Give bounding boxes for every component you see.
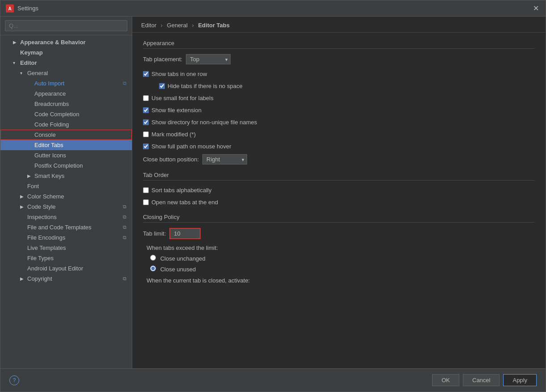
sidebar-item-font[interactable]: Font bbox=[0, 181, 132, 191]
sidebar-item-live-templates[interactable]: Live Templates bbox=[0, 243, 132, 253]
window-title: Settings bbox=[17, 5, 531, 12]
show-tabs-one-row-row: Show tabs in one row bbox=[143, 70, 535, 78]
show-file-extension-checkbox[interactable] bbox=[143, 107, 149, 113]
close-unused-label[interactable]: Close unused bbox=[150, 266, 196, 273]
breadcrumb-part3: Editor Tabs bbox=[198, 22, 230, 29]
help-button[interactable]: ? bbox=[9, 375, 19, 385]
appearance-section-title: Appearance bbox=[143, 40, 535, 49]
show-tabs-one-row-label[interactable]: Show tabs in one row bbox=[143, 71, 207, 77]
sidebar-item-file-types[interactable]: File Types bbox=[0, 253, 132, 263]
footer: ? OK Cancel Apply bbox=[0, 368, 546, 392]
mark-modified-label[interactable]: Mark modified (*) bbox=[143, 131, 196, 138]
app-icon: A bbox=[6, 4, 14, 13]
sidebar-item-smart-keys[interactable]: ▶ Smart Keys bbox=[0, 171, 132, 181]
expand-arrow-icon: ▶ bbox=[20, 204, 25, 209]
breadcrumb-sep1: › bbox=[161, 22, 163, 29]
sidebar-item-appearance-behavior[interactable]: ▶ Appearance & Behavior bbox=[0, 37, 132, 47]
mark-modified-checkbox[interactable] bbox=[143, 131, 149, 137]
show-directory-checkbox[interactable] bbox=[143, 119, 149, 125]
settings-content: Appearance Tab placement: Top Bottom Lef… bbox=[132, 33, 546, 368]
sidebar-item-auto-import[interactable]: Auto Import ⧉ bbox=[0, 78, 132, 89]
sidebar-item-code-completion[interactable]: Code Completion bbox=[0, 109, 132, 119]
ok-button[interactable]: OK bbox=[432, 374, 459, 386]
cancel-button[interactable]: Cancel bbox=[463, 374, 500, 386]
tab-placement-select-wrapper: Top Bottom Left Right None bbox=[186, 54, 231, 64]
sidebar-item-breadcrumbs[interactable]: Breadcrumbs bbox=[0, 99, 132, 109]
sidebar-item-console[interactable]: Console bbox=[0, 130, 132, 140]
sort-alphabetically-checkbox[interactable] bbox=[143, 187, 149, 193]
sidebar-item-file-code-templates[interactable]: File and Code Templates ⧉ bbox=[0, 222, 132, 232]
show-full-path-label[interactable]: Show full path on mouse hover bbox=[143, 143, 231, 150]
when-exceed-label-row: When tabs exceed the limit: bbox=[143, 244, 535, 252]
svg-text:A: A bbox=[8, 6, 11, 11]
open-new-tabs-end-row: Open new tabs at the end bbox=[143, 198, 535, 207]
tab-placement-row: Tab placement: Top Bottom Left Right Non… bbox=[143, 54, 535, 64]
open-new-tabs-end-checkbox[interactable] bbox=[143, 199, 149, 205]
title-bar: A Settings ✕ bbox=[0, 0, 546, 17]
closing-policy-section: Closing Policy Tab limit: When tabs exce… bbox=[143, 214, 535, 285]
sidebar-item-color-scheme[interactable]: ▶ Color Scheme bbox=[0, 191, 132, 202]
main-content: ▶ Appearance & Behavior Keymap ▾ Editor … bbox=[0, 17, 546, 368]
close-button-select[interactable]: Right Left Hidden bbox=[202, 154, 247, 164]
sidebar-item-editor-tabs[interactable]: Editor Tabs bbox=[0, 140, 132, 150]
close-button-select-wrapper: Right Left Hidden bbox=[202, 154, 247, 164]
sidebar-item-inspections[interactable]: Inspections ⧉ bbox=[0, 212, 132, 222]
when-closed-label-row: When the current tab is closed, activate… bbox=[143, 276, 535, 285]
breadcrumb-part2: General bbox=[167, 22, 188, 29]
show-tabs-one-row-checkbox[interactable] bbox=[143, 71, 149, 77]
tab-order-section: Tab Order Sort tabs alphabetically Open … bbox=[143, 172, 535, 207]
tab-limit-row: Tab limit: bbox=[143, 228, 535, 239]
sort-alphabetically-label[interactable]: Sort tabs alphabetically bbox=[143, 187, 211, 194]
copy-icon: ⧉ bbox=[123, 80, 126, 86]
show-full-path-row: Show full path on mouse hover bbox=[143, 142, 535, 151]
show-full-path-checkbox[interactable] bbox=[143, 143, 149, 149]
copy-icon: ⧉ bbox=[123, 276, 126, 282]
sidebar-item-code-style[interactable]: ▶ Code Style ⧉ bbox=[0, 202, 132, 212]
sidebar-item-code-folding[interactable]: Code Folding bbox=[0, 119, 132, 130]
close-unchanged-label[interactable]: Close unchanged bbox=[150, 255, 206, 262]
small-font-checkbox[interactable] bbox=[143, 95, 149, 101]
close-unused-radio[interactable] bbox=[150, 266, 156, 271]
expand-arrow-icon: ▾ bbox=[20, 71, 25, 76]
show-directory-row: Show directory for non-unique file names bbox=[143, 118, 535, 126]
nav-tree: ▶ Appearance & Behavior Keymap ▾ Editor … bbox=[0, 35, 132, 368]
close-unchanged-row: Close unchanged bbox=[143, 255, 535, 262]
sidebar-item-file-encodings[interactable]: File Encodings ⧉ bbox=[0, 232, 132, 243]
close-button[interactable]: ✕ bbox=[531, 4, 540, 13]
footer-left: ? bbox=[9, 375, 19, 385]
tab-placement-label: Tab placement: bbox=[143, 56, 182, 63]
show-file-extension-row: Show file extension bbox=[143, 106, 535, 114]
apply-button[interactable]: Apply bbox=[503, 374, 537, 386]
tab-placement-select[interactable]: Top Bottom Left Right None bbox=[186, 54, 231, 64]
sidebar-item-keymap[interactable]: Keymap bbox=[0, 47, 132, 58]
sidebar-item-postfix-completion[interactable]: Postfix Completion bbox=[0, 160, 132, 171]
sidebar-item-copyright[interactable]: ▶ Copyright ⧉ bbox=[0, 274, 132, 284]
settings-dialog: A Settings ✕ ▶ Appearance & Behavior Key… bbox=[0, 0, 546, 392]
sidebar-item-general[interactable]: ▾ General bbox=[0, 68, 132, 78]
hide-tabs-no-space-checkbox[interactable] bbox=[159, 83, 165, 89]
copy-icon: ⧉ bbox=[123, 235, 126, 240]
expand-arrow-icon: ▶ bbox=[20, 194, 25, 199]
hide-tabs-no-space-label[interactable]: Hide tabs if there is no space bbox=[159, 83, 243, 89]
sidebar-item-appearance[interactable]: Appearance bbox=[0, 89, 132, 99]
small-font-row: Use small font for labels bbox=[143, 94, 535, 102]
sidebar-item-gutter-icons[interactable]: Gutter Icons bbox=[0, 150, 132, 160]
small-font-label[interactable]: Use small font for labels bbox=[143, 95, 214, 101]
sort-alphabetically-row: Sort tabs alphabetically bbox=[143, 186, 535, 194]
when-closed-label: When the current tab is closed, activate… bbox=[147, 277, 250, 284]
sidebar-item-android-layout-editor[interactable]: Android Layout Editor bbox=[0, 263, 132, 274]
close-button-label: Close button position: bbox=[143, 156, 199, 163]
show-file-extension-label[interactable]: Show file extension bbox=[143, 107, 202, 114]
close-button-row: Close button position: Right Left Hidden bbox=[143, 154, 535, 164]
close-unchanged-radio[interactable] bbox=[150, 255, 156, 261]
search-input[interactable] bbox=[5, 20, 127, 31]
show-directory-label[interactable]: Show directory for non-unique file names bbox=[143, 119, 257, 126]
breadcrumb-sep2: › bbox=[192, 22, 193, 29]
sidebar: ▶ Appearance & Behavior Keymap ▾ Editor … bbox=[0, 17, 132, 368]
content-panel: Editor › General › Editor Tabs Appearanc… bbox=[132, 17, 546, 368]
tab-limit-input[interactable] bbox=[169, 228, 201, 239]
sidebar-item-editor[interactable]: ▾ Editor bbox=[0, 58, 132, 68]
mark-modified-row: Mark modified (*) bbox=[143, 130, 535, 139]
breadcrumb: Editor › General › Editor Tabs bbox=[132, 17, 546, 33]
open-new-tabs-end-label[interactable]: Open new tabs at the end bbox=[143, 199, 218, 206]
